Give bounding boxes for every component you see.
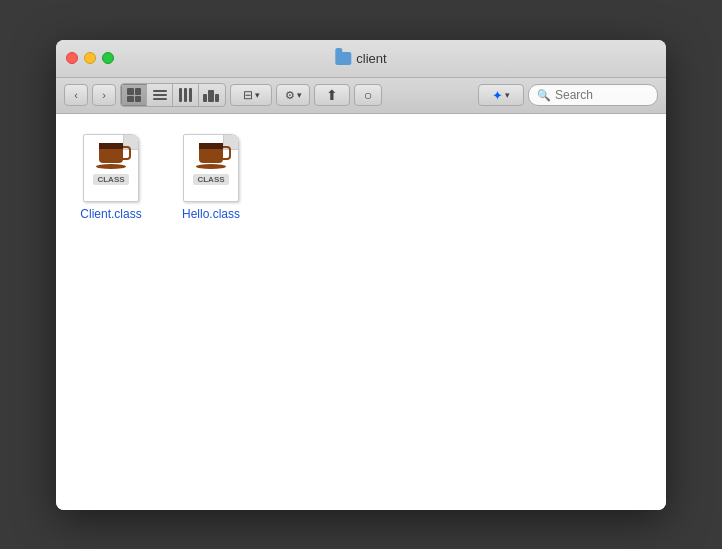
coverflow-view-button[interactable] bbox=[199, 84, 225, 106]
search-input[interactable] bbox=[555, 88, 649, 102]
tag-icon: ○ bbox=[364, 87, 372, 103]
gear-icon: ⚙ bbox=[285, 89, 295, 102]
class-label: CLASS bbox=[193, 174, 228, 185]
traffic-lights bbox=[66, 52, 114, 64]
dropbox-button[interactable]: ✦ ▾ bbox=[478, 84, 524, 106]
maximize-button[interactable] bbox=[102, 52, 114, 64]
file-icon-hello: CLASS bbox=[181, 133, 241, 203]
share-icon: ⬆ bbox=[326, 87, 338, 103]
titlebar: client bbox=[56, 40, 666, 78]
file-area: CLASS Client.class CLASS Hello.class bbox=[56, 114, 666, 510]
class-label: CLASS bbox=[93, 174, 128, 185]
coffee-cup bbox=[99, 143, 123, 163]
arrange-button[interactable]: ⊟ ▾ bbox=[230, 84, 272, 106]
share-button[interactable]: ⬆ bbox=[314, 84, 350, 106]
column-view-icon bbox=[179, 88, 193, 102]
action-button[interactable]: ⚙ ▾ bbox=[276, 84, 310, 106]
toolbar: ‹ › bbox=[56, 78, 666, 114]
tag-button[interactable]: ○ bbox=[354, 84, 382, 106]
forward-icon: › bbox=[102, 89, 106, 101]
coverflow-view-icon bbox=[203, 88, 221, 102]
icon-view-button[interactable] bbox=[121, 84, 147, 106]
back-button[interactable]: ‹ bbox=[64, 84, 88, 106]
dropbox-chevron: ▾ bbox=[505, 90, 510, 100]
list-view-icon bbox=[153, 88, 167, 102]
folder-icon bbox=[335, 52, 351, 65]
dropbox-icon: ✦ bbox=[492, 88, 503, 103]
file-name-hello: Hello.class bbox=[182, 207, 240, 221]
coffee-saucer bbox=[196, 164, 226, 169]
list-view-button[interactable] bbox=[147, 84, 173, 106]
coffee-graphic bbox=[95, 143, 127, 171]
list-item[interactable]: CLASS Client.class bbox=[71, 129, 151, 225]
coffee-saucer bbox=[96, 164, 126, 169]
action-chevron: ▾ bbox=[297, 90, 302, 100]
search-icon: 🔍 bbox=[537, 89, 551, 102]
close-button[interactable] bbox=[66, 52, 78, 64]
window-title: client bbox=[335, 51, 386, 66]
class-file-background: CLASS bbox=[183, 134, 239, 202]
window-title-text: client bbox=[356, 51, 386, 66]
view-toggle-group bbox=[120, 83, 226, 107]
file-icon-client: CLASS bbox=[81, 133, 141, 203]
coffee-graphic bbox=[195, 143, 227, 171]
arrange-chevron: ▾ bbox=[255, 90, 260, 100]
forward-button[interactable]: › bbox=[92, 84, 116, 106]
file-name-client: Client.class bbox=[80, 207, 141, 221]
column-view-button[interactable] bbox=[173, 84, 199, 106]
minimize-button[interactable] bbox=[84, 52, 96, 64]
search-box[interactable]: 🔍 bbox=[528, 84, 658, 106]
icon-view-icon bbox=[127, 88, 141, 102]
arrange-icon: ⊟ bbox=[243, 88, 253, 102]
coffee-cup bbox=[199, 143, 223, 163]
back-icon: ‹ bbox=[74, 89, 78, 101]
finder-window: client ‹ › bbox=[56, 40, 666, 510]
class-file-background: CLASS bbox=[83, 134, 139, 202]
list-item[interactable]: CLASS Hello.class bbox=[171, 129, 251, 225]
